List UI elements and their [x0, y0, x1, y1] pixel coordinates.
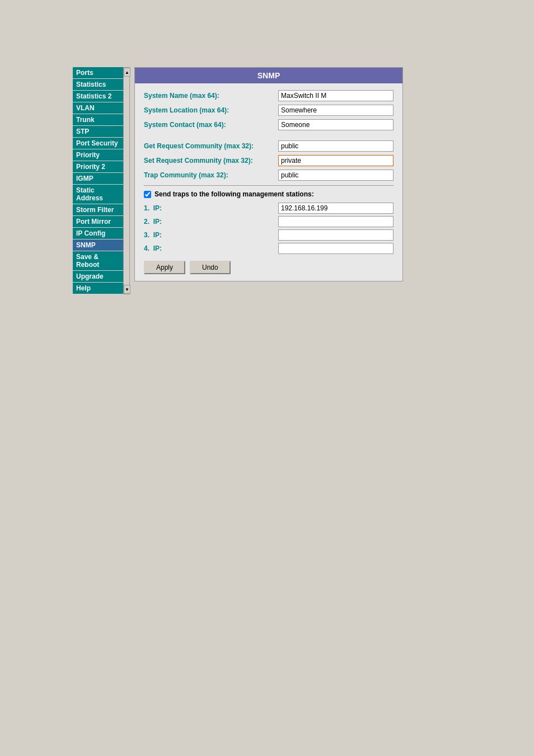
sidebar-item-statistics[interactable]: Statistics [73, 79, 123, 91]
system-contact-row: System Contact (max 64): [144, 119, 394, 130]
trap-ip-row-3: 3. IP: [144, 229, 394, 241]
sidebar-item-igmp[interactable]: IGMP [73, 173, 123, 185]
system-location-row: System Location (max 64): [144, 105, 394, 116]
trap-ip-input-4[interactable] [278, 243, 394, 254]
sidebar-item-trunk[interactable]: Trunk [73, 114, 123, 126]
trap-header: Send traps to the following management s… [144, 190, 394, 198]
system-name-input[interactable] [278, 90, 394, 101]
snmp-title: SNMP [135, 68, 402, 83]
sidebar-item-ports[interactable]: Ports [73, 67, 123, 79]
sidebar-item-statistics2[interactable]: Statistics 2 [73, 91, 123, 102]
sidebar-item-upgrade[interactable]: Upgrade [73, 271, 123, 283]
sidebar-item-help[interactable]: Help [73, 283, 123, 294]
get-community-label: Get Request Community (max 32): [144, 142, 278, 150]
sidebar-scrollbar[interactable]: ▲ ▼ [123, 67, 130, 294]
get-community-input[interactable] [278, 140, 394, 152]
set-community-row: Set Request Community (max 32): [144, 155, 394, 166]
send-traps-label: Send traps to the following management s… [154, 190, 314, 198]
send-traps-checkbox[interactable] [144, 191, 151, 198]
trap-ip-input-3[interactable] [278, 229, 394, 241]
sidebar-item-vlan[interactable]: VLAN [73, 102, 123, 114]
trap-community-label: Trap Community (max 32): [144, 171, 278, 179]
scrollbar-down-button[interactable]: ▼ [124, 285, 130, 294]
trap-ip-input-1[interactable] [278, 203, 394, 214]
trap-ip-row-1: 1. IP: [144, 203, 394, 214]
system-name-row: System Name (max 64): [144, 90, 394, 101]
trap-ip-label-4: 4. IP: [144, 245, 278, 252]
sidebar-item-snmp[interactable]: SNMP [73, 240, 123, 251]
system-name-label: System Name (max 64): [144, 92, 278, 100]
snmp-body: System Name (max 64): System Location (m… [135, 83, 402, 281]
trap-ip-input-2[interactable] [278, 216, 394, 227]
scrollbar-up-button[interactable]: ▲ [124, 68, 130, 77]
trap-ip-row-4: 4. IP: [144, 243, 394, 254]
get-community-row: Get Request Community (max 32): [144, 140, 394, 152]
sidebar-item-ip-config[interactable]: IP Config [73, 228, 123, 240]
trap-ip-row-2: 2. IP: [144, 216, 394, 227]
sidebar-scroll: Ports Statistics Statistics 2 VLAN Trunk… [73, 67, 123, 294]
button-row: Apply Undo [144, 261, 394, 274]
system-contact-input[interactable] [278, 119, 394, 130]
sidebar-item-port-security[interactable]: Port Security [73, 138, 123, 149]
trap-section: Send traps to the following management s… [144, 185, 394, 274]
sidebar: Ports Statistics Statistics 2 VLAN Trunk… [73, 67, 123, 294]
sidebar-item-priority2[interactable]: Priority 2 [73, 161, 123, 173]
apply-button[interactable]: Apply [144, 261, 185, 274]
system-location-input[interactable] [278, 105, 394, 116]
snmp-title-text: SNMP [257, 71, 280, 80]
divider [144, 185, 394, 186]
system-location-label: System Location (max 64): [144, 106, 278, 114]
sidebar-item-stp[interactable]: STP [73, 126, 123, 138]
sidebar-item-save-reboot[interactable]: Save & Reboot [73, 251, 123, 271]
set-community-input[interactable] [278, 155, 394, 166]
sidebar-item-storm-filter[interactable]: Storm Filter [73, 204, 123, 216]
trap-ip-label-3: 3. IP: [144, 231, 278, 239]
trap-ip-label-2: 2. IP: [144, 218, 278, 226]
undo-button[interactable]: Undo [190, 261, 231, 274]
sidebar-item-static-address[interactable]: Static Address [73, 185, 123, 204]
system-contact-label: System Contact (max 64): [144, 121, 278, 129]
set-community-label: Set Request Community (max 32): [144, 157, 278, 165]
trap-community-row: Trap Community (max 32): [144, 170, 394, 181]
snmp-panel: SNMP System Name (max 64): System Locati… [134, 67, 403, 281]
trap-community-input[interactable] [278, 170, 394, 181]
trap-ip-label-1: 1. IP: [144, 204, 278, 212]
sidebar-item-priority[interactable]: Priority [73, 149, 123, 161]
sidebar-item-port-mirror[interactable]: Port Mirror [73, 216, 123, 228]
main-content: SNMP System Name (max 64): System Locati… [134, 67, 403, 294]
